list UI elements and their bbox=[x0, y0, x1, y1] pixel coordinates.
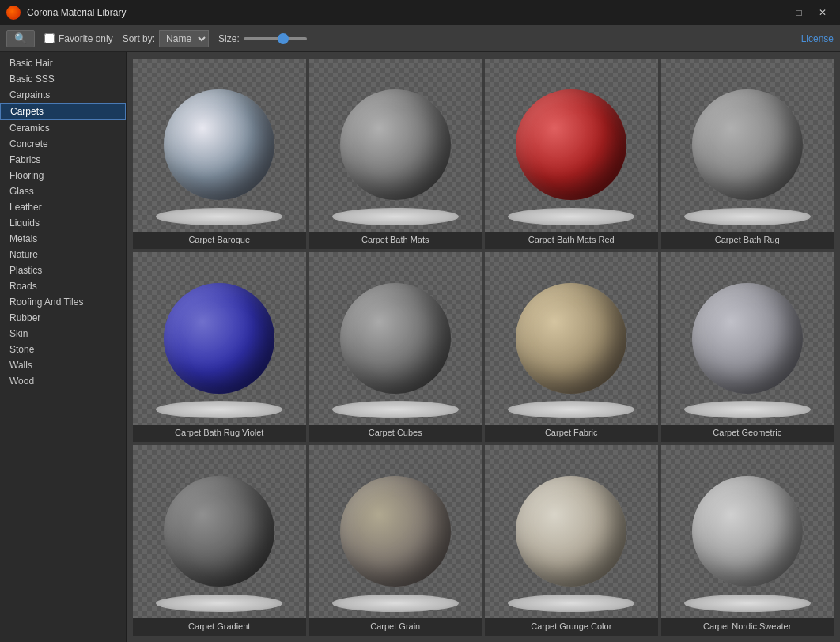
material-name-carpet-bath-rug-violet: Carpet Bath Rug Violet bbox=[173, 428, 265, 437]
toolbar: 🔍 Favorite only Sort by: Name Date Size … bbox=[0, 25, 840, 52]
material-item-carpet-geometric[interactable]: Carpet Geometric bbox=[661, 252, 834, 443]
sidebar-item-wood[interactable]: Wood bbox=[0, 373, 126, 389]
material-sphere-carpet-bath-mats-red bbox=[516, 89, 626, 200]
material-sphere-carpet-bath-mats bbox=[340, 89, 451, 200]
material-sphere-carpet-bath-rug-violet bbox=[164, 283, 274, 394]
maximize-button[interactable]: □ bbox=[788, 5, 810, 21]
sidebar-item-plastics[interactable]: Plastics bbox=[0, 262, 126, 278]
material-sphere-carpet-bath-rug bbox=[692, 89, 803, 200]
material-name-carpet-bath-rug: Carpet Bath Rug bbox=[713, 235, 781, 244]
material-thumb-carpet-nordic-sweater bbox=[661, 445, 834, 618]
minimize-button[interactable]: — bbox=[764, 5, 786, 21]
material-item-carpet-gradient[interactable]: Carpet Gradient bbox=[133, 445, 306, 636]
sphere-base bbox=[156, 208, 282, 225]
material-item-carpet-cubes[interactable]: Carpet Cubes bbox=[309, 252, 482, 443]
sphere-base bbox=[332, 208, 459, 225]
window-title: Corona Material Library bbox=[27, 7, 764, 18]
material-name-carpet-grunge-color: Carpet Grunge Color bbox=[529, 621, 613, 631]
material-name-carpet-baroque: Carpet Baroque bbox=[187, 235, 252, 244]
license-link[interactable]: License bbox=[801, 33, 834, 44]
material-thumb-carpet-bath-mats bbox=[309, 59, 482, 232]
sort-select[interactable]: Name Date Size bbox=[159, 30, 209, 47]
app-icon bbox=[6, 6, 21, 20]
material-sphere-carpet-geometric bbox=[692, 283, 803, 394]
material-thumb-carpet-fabric bbox=[485, 252, 658, 425]
material-name-carpet-grain: Carpet Grain bbox=[369, 621, 422, 631]
material-name-carpet-fabric: Carpet Fabric bbox=[543, 428, 600, 437]
material-item-carpet-bath-rug-violet[interactable]: Carpet Bath Rug Violet bbox=[133, 252, 306, 443]
content-area[interactable]: Carpet Baroque Carpet Bath Mats Carpet B… bbox=[127, 52, 840, 642]
material-item-carpet-grunge-color[interactable]: Carpet Grunge Color bbox=[485, 445, 658, 636]
material-thumb-carpet-bath-rug bbox=[661, 59, 834, 232]
sphere-base bbox=[684, 595, 811, 612]
sidebar-item-leather[interactable]: Leather bbox=[0, 199, 126, 215]
material-thumb-carpet-geometric bbox=[661, 252, 834, 425]
material-sphere-carpet-cubes bbox=[340, 283, 451, 394]
sphere-base bbox=[508, 595, 634, 612]
sidebar-item-roofing-and-tiles[interactable]: Roofing And Tiles bbox=[0, 294, 126, 310]
sphere-base bbox=[508, 401, 634, 418]
sidebar-item-basic-sss[interactable]: Basic SSS bbox=[0, 71, 126, 87]
material-thumb-carpet-grain bbox=[309, 445, 482, 618]
size-slider[interactable] bbox=[244, 37, 307, 40]
sidebar-item-roads[interactable]: Roads bbox=[0, 278, 126, 294]
sidebar-item-carpaints[interactable]: Carpaints bbox=[0, 87, 126, 103]
material-sphere-carpet-gradient bbox=[164, 476, 274, 587]
material-thumb-carpet-cubes bbox=[309, 252, 482, 425]
sidebar-item-ceramics[interactable]: Ceramics bbox=[0, 120, 126, 136]
main-layout: Basic HairBasic SSSCarpaintsCarpetsCeram… bbox=[0, 52, 840, 642]
sidebar-item-concrete[interactable]: Concrete bbox=[0, 136, 126, 152]
sphere-base bbox=[332, 595, 459, 612]
material-sphere-carpet-fabric bbox=[516, 283, 626, 394]
favorite-only-toggle[interactable]: Favorite only bbox=[44, 33, 113, 44]
material-sphere-carpet-grain bbox=[340, 476, 451, 587]
sphere-base bbox=[156, 401, 282, 418]
sphere-base bbox=[332, 401, 459, 418]
sidebar-item-walls[interactable]: Walls bbox=[0, 357, 126, 373]
material-item-carpet-nordic-sweater[interactable]: Carpet Nordic Sweater bbox=[661, 445, 834, 636]
sidebar-item-glass[interactable]: Glass bbox=[0, 183, 126, 199]
sidebar-item-flooring[interactable]: Flooring bbox=[0, 168, 126, 183]
sphere-base bbox=[684, 401, 811, 418]
sort-by-label: Sort by: bbox=[123, 33, 155, 44]
favorite-only-label: Favorite only bbox=[59, 33, 113, 44]
material-thumb-carpet-gradient bbox=[133, 445, 306, 618]
material-thumb-carpet-grunge-color bbox=[485, 445, 658, 618]
sidebar-item-nature[interactable]: Nature bbox=[0, 247, 126, 262]
material-name-carpet-bath-mats: Carpet Bath Mats bbox=[360, 235, 431, 244]
sphere-base bbox=[508, 208, 634, 225]
material-name-carpet-nordic-sweater: Carpet Nordic Sweater bbox=[702, 621, 793, 631]
sidebar-item-fabrics[interactable]: Fabrics bbox=[0, 152, 126, 168]
sidebar-item-skin[interactable]: Skin bbox=[0, 326, 126, 342]
sidebar-item-rubber[interactable]: Rubber bbox=[0, 310, 126, 326]
material-item-carpet-grain[interactable]: Carpet Grain bbox=[309, 445, 482, 636]
material-name-carpet-cubes: Carpet Cubes bbox=[367, 428, 424, 437]
material-item-carpet-baroque[interactable]: Carpet Baroque bbox=[133, 59, 306, 249]
material-item-carpet-fabric[interactable]: Carpet Fabric bbox=[485, 252, 658, 443]
sidebar-item-carpets[interactable]: Carpets bbox=[0, 103, 126, 120]
size-control: Size: bbox=[218, 33, 307, 44]
material-item-carpet-bath-rug[interactable]: Carpet Bath Rug bbox=[661, 59, 834, 249]
material-item-carpet-bath-mats[interactable]: Carpet Bath Mats bbox=[309, 59, 482, 249]
sidebar-item-basic-hair[interactable]: Basic Hair bbox=[0, 55, 126, 71]
window-controls: — □ ✕ bbox=[764, 5, 834, 21]
sidebar-item-stone[interactable]: Stone bbox=[0, 342, 126, 357]
favorite-only-checkbox[interactable] bbox=[44, 33, 55, 43]
material-thumb-carpet-bath-rug-violet bbox=[133, 252, 306, 425]
size-label: Size: bbox=[218, 33, 240, 44]
material-thumb-carpet-baroque bbox=[133, 59, 306, 232]
title-bar: Corona Material Library — □ ✕ bbox=[0, 0, 840, 25]
material-sphere-carpet-baroque bbox=[164, 89, 274, 200]
search-icon: 🔍 bbox=[14, 32, 27, 44]
material-sphere-carpet-nordic-sweater bbox=[692, 476, 803, 587]
material-name-carpet-geometric: Carpet Geometric bbox=[711, 428, 783, 437]
sidebar-item-liquids[interactable]: Liquids bbox=[0, 215, 126, 231]
search-box[interactable]: 🔍 bbox=[6, 30, 35, 47]
close-button[interactable]: ✕ bbox=[812, 5, 834, 21]
material-sphere-carpet-grunge-color bbox=[516, 476, 626, 587]
material-item-carpet-bath-mats-red[interactable]: Carpet Bath Mats Red bbox=[485, 59, 658, 249]
sort-by-control: Sort by: Name Date Size bbox=[123, 30, 209, 47]
sidebar-item-metals[interactable]: Metals bbox=[0, 231, 126, 247]
materials-grid: Carpet Baroque Carpet Bath Mats Carpet B… bbox=[133, 59, 834, 636]
sidebar: Basic HairBasic SSSCarpaintsCarpetsCeram… bbox=[0, 52, 127, 642]
